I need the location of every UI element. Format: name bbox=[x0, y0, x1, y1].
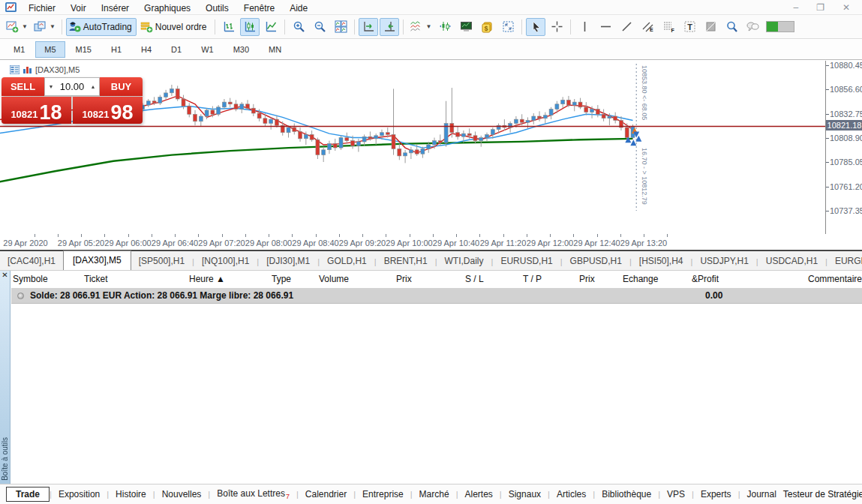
column-header-heure[interactable]: Heure ▲ bbox=[189, 274, 225, 284]
symbol-chart-icon[interactable] bbox=[23, 65, 32, 74]
symbol-tab-wtidaily[interactable]: WTI,Daily bbox=[437, 253, 491, 270]
auto-scroll-icon[interactable] bbox=[359, 18, 378, 36]
timeframe-m15[interactable]: M15 bbox=[67, 41, 101, 58]
column-header-prix[interactable]: Prix bbox=[396, 274, 412, 284]
menu-outils[interactable]: Outils bbox=[198, 2, 236, 15]
bottom-tab-nouvelles[interactable]: Nouvelles bbox=[155, 487, 209, 502]
template-icon[interactable] bbox=[456, 18, 476, 36]
channel-icon[interactable]: E bbox=[638, 18, 657, 36]
buy-button[interactable]: BUY bbox=[100, 77, 143, 96]
column-header-ticket[interactable]: Ticket bbox=[84, 274, 108, 284]
timeframe-m1[interactable]: M1 bbox=[5, 41, 34, 58]
timeframe-h1[interactable]: H1 bbox=[102, 41, 131, 58]
timeframe-d1[interactable]: D1 bbox=[162, 41, 191, 58]
menu-graphiques[interactable]: Graphiques bbox=[137, 2, 198, 15]
symbol-tab-nq100h1[interactable]: [NQ100],H1 bbox=[194, 253, 257, 270]
toolbox-close-icon[interactable]: ✕ bbox=[0, 271, 10, 280]
candlestick-icon[interactable] bbox=[240, 18, 260, 36]
column-header-type[interactable]: Type bbox=[272, 274, 291, 284]
trendline-icon[interactable] bbox=[617, 18, 636, 36]
symbol-tab-dax30m5[interactable]: [DAX30],M5 bbox=[63, 250, 131, 270]
bottom-tab-articles[interactable]: Articles bbox=[550, 487, 593, 502]
symbol-tab-cac40h1[interactable]: [CAC40],H1 bbox=[0, 253, 63, 270]
comments-icon[interactable] bbox=[743, 18, 762, 36]
column-header-commentaire[interactable]: Commentaire bbox=[808, 274, 862, 284]
symbol-tab-dji30m1[interactable]: [DJI30],M1 bbox=[259, 253, 317, 270]
symbol-tab-goldh1[interactable]: GOLD,H1 bbox=[320, 253, 374, 270]
timeframe-w1[interactable]: W1 bbox=[192, 41, 223, 58]
indicators-icon[interactable]: ▼ bbox=[407, 18, 434, 36]
symbol-tab-brenth1[interactable]: BRENT,H1 bbox=[377, 253, 435, 270]
periods-icon[interactable] bbox=[435, 18, 455, 36]
fullscreen-icon[interactable] bbox=[498, 18, 518, 36]
minimize-button[interactable]: – bbox=[793, 4, 798, 11]
bottom-tab-signaux[interactable]: Signaux bbox=[502, 487, 548, 502]
volume-decrease-button[interactable]: ▼ bbox=[45, 84, 57, 89]
restore-button[interactable]: ❐ bbox=[816, 4, 824, 11]
timeframe-m30[interactable]: M30 bbox=[224, 41, 258, 58]
symbol-tab-sp500h1[interactable]: [SP500],H1 bbox=[131, 253, 192, 270]
bottom-tab-boiteauxlettres[interactable]: Boîte aux Lettres7 bbox=[210, 486, 296, 502]
volume-value[interactable]: 10.00 bbox=[57, 81, 87, 92]
indicators-dropdown-icon[interactable]: ▼ bbox=[425, 23, 431, 30]
symbol-tab-usdjpyh1[interactable]: USDJPY,H1 bbox=[692, 253, 755, 270]
new-chart-icon[interactable]: ▼ bbox=[4, 18, 30, 36]
menu-fenetre[interactable]: Fenêtre bbox=[236, 2, 282, 15]
column-header-volume[interactable]: Volume bbox=[319, 274, 349, 284]
bar-chart-icon[interactable] bbox=[219, 18, 239, 36]
column-header-profit[interactable]: &Profit bbox=[692, 274, 719, 284]
depth-of-market-icon[interactable] bbox=[10, 65, 20, 74]
new-order-button[interactable]: Nouvel ordre bbox=[138, 18, 212, 36]
symbol-tab-usdcadh1[interactable]: USDCAD,H1 bbox=[758, 253, 825, 270]
menu-aide[interactable]: Aide bbox=[282, 2, 315, 15]
zoom-in-icon[interactable] bbox=[289, 18, 308, 36]
bottom-tab-trade[interactable]: Trade bbox=[6, 487, 50, 502]
timeframe-h4[interactable]: H4 bbox=[132, 41, 161, 58]
bottom-tab-exposition[interactable]: Exposition bbox=[52, 487, 107, 502]
buy-price[interactable]: 10821 98 bbox=[73, 97, 143, 124]
magnifier-icon[interactable] bbox=[722, 18, 741, 36]
symbol-tab-gbpusdh1[interactable]: GBPUSD,H1 bbox=[563, 253, 629, 270]
bottom-tab-bibliotheque[interactable]: Bibliothèque bbox=[595, 487, 658, 502]
crosshair-icon[interactable] bbox=[547, 18, 566, 36]
horizontal-line-icon[interactable] bbox=[596, 18, 615, 36]
price-axis[interactable]: 10880.4510856.6010832.7510808.9010785.05… bbox=[825, 61, 862, 234]
menu-voir[interactable]: Voir bbox=[63, 2, 94, 15]
dollar-icon[interactable]: $ bbox=[477, 18, 497, 36]
volume-increase-button[interactable]: ▲ bbox=[87, 84, 99, 89]
profiles-icon[interactable]: ▼ bbox=[32, 18, 58, 36]
column-header-prix[interactable]: Prix bbox=[579, 274, 595, 284]
bottom-tab-experts[interactable]: Experts bbox=[694, 487, 738, 502]
chart-shift-icon[interactable] bbox=[380, 18, 399, 36]
column-header-echange[interactable]: Echange bbox=[623, 274, 658, 284]
bottom-tab-entreprise[interactable]: Entreprise bbox=[356, 487, 410, 502]
timeframe-mn[interactable]: MN bbox=[260, 41, 290, 58]
bottom-tab-marche[interactable]: Marché bbox=[413, 487, 456, 502]
symbol-tab-hsi50h4[interactable]: [HSI50],H4 bbox=[632, 253, 691, 270]
close-button[interactable]: ✕ bbox=[842, 4, 850, 11]
tile-windows-icon[interactable] bbox=[331, 18, 350, 36]
shapes-icon[interactable] bbox=[701, 18, 720, 36]
fibonacci-icon[interactable]: F bbox=[659, 18, 678, 36]
bottom-tab-vps[interactable]: VPS bbox=[660, 487, 692, 502]
sell-price[interactable]: 10821 18 bbox=[2, 97, 71, 124]
bottom-tab-journal[interactable]: Journal bbox=[740, 487, 782, 502]
symbol-tab-eurusdh1[interactable]: EURUSD,H1 bbox=[493, 253, 560, 270]
column-header-tp[interactable]: T / P bbox=[523, 274, 542, 284]
column-header-symbole[interactable]: Symbole bbox=[13, 274, 48, 284]
autotrading-button[interactable]: AutoTrading bbox=[66, 18, 137, 36]
zoom-out-icon[interactable] bbox=[310, 18, 329, 36]
timeframe-m5[interactable]: M5 bbox=[35, 41, 65, 58]
cursor-icon[interactable] bbox=[526, 18, 545, 36]
sell-button[interactable]: SELL bbox=[2, 77, 44, 96]
bottom-tab-alertes[interactable]: Alertes bbox=[458, 487, 499, 502]
bottom-tab-calendrier[interactable]: Calendrier bbox=[299, 487, 353, 502]
menu-fichier[interactable]: Fichier bbox=[21, 2, 63, 15]
menu-inserer[interactable]: Insérer bbox=[94, 2, 137, 15]
new-chart-dropdown-icon[interactable]: ▼ bbox=[22, 23, 28, 30]
line-chart-icon[interactable] bbox=[261, 18, 281, 36]
symbol-tab-eurgbf[interactable]: EURGBF bbox=[827, 253, 862, 270]
time-axis[interactable]: 29 Apr 202029 Apr 05:2029 Apr 06:0029 Ap… bbox=[0, 234, 825, 250]
strategy-tester-label[interactable]: Testeur de Stratégie bbox=[783, 489, 862, 500]
text-tool-icon[interactable]: T bbox=[680, 18, 699, 36]
